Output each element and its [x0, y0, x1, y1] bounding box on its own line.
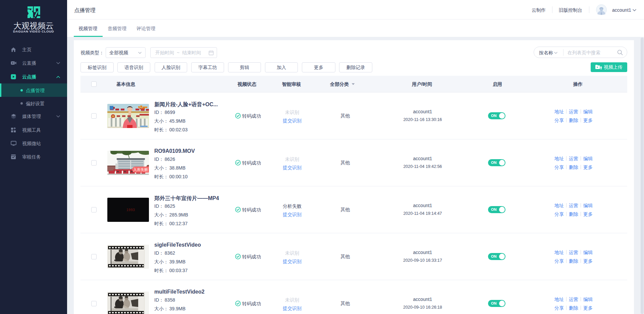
- svg-text:1993: 1993: [126, 208, 135, 212]
